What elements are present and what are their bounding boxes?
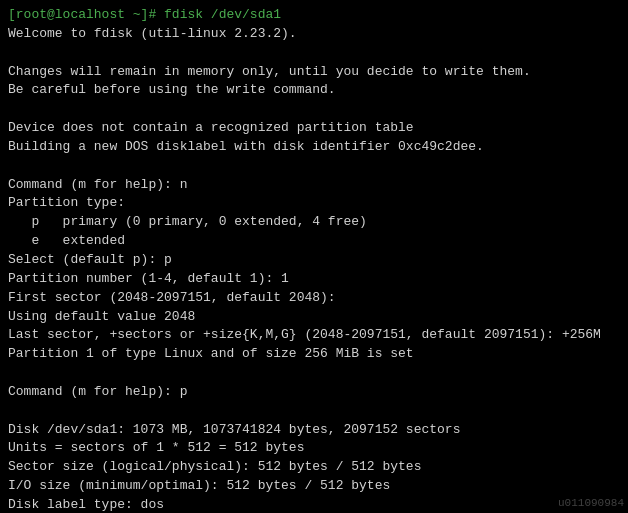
terminal-line: Building a new DOS disklabel with disk i… [8,139,484,154]
terminal-line: Disk /dev/sda1: 1073 MB, 1073741824 byte… [8,422,460,437]
terminal-line: Disk label type: dos [8,497,164,512]
terminal-line: [root@localhost ~]# fdisk /dev/sda1 [8,7,281,22]
terminal-line: Partition type: [8,195,125,210]
terminal-line: Welcome to fdisk (util-linux 2.23.2). [8,26,297,41]
terminal-line: Device does not contain a recognized par… [8,120,414,135]
terminal-line: Select (default p): p [8,252,172,267]
terminal-line: Using default value 2048 [8,309,195,324]
terminal-line: e extended [8,233,125,248]
terminal-line: Sector size (logical/physical): 512 byte… [8,459,421,474]
terminal-line: Partition 1 of type Linux and of size 25… [8,346,414,361]
terminal-line: Command (m for help): n [8,177,187,192]
terminal-line: Changes will remain in memory only, unti… [8,64,531,79]
terminal-window[interactable]: [root@localhost ~]# fdisk /dev/sda1 Welc… [0,0,628,513]
terminal-line: Last sector, +sectors or +size{K,M,G} (2… [8,327,601,342]
terminal-line: First sector (2048-2097151, default 2048… [8,290,336,305]
terminal-line: Be careful before using the write comman… [8,82,336,97]
terminal-line: I/O size (minimum/optimal): 512 bytes / … [8,478,390,493]
terminal-line: Command (m for help): p [8,384,187,399]
watermark: u011090984 [558,497,624,509]
terminal-line: Partition number (1-4, default 1): 1 [8,271,289,286]
terminal-line: p primary (0 primary, 0 extended, 4 free… [8,214,367,229]
terminal-line: Units = sectors of 1 * 512 = 512 bytes [8,440,304,455]
